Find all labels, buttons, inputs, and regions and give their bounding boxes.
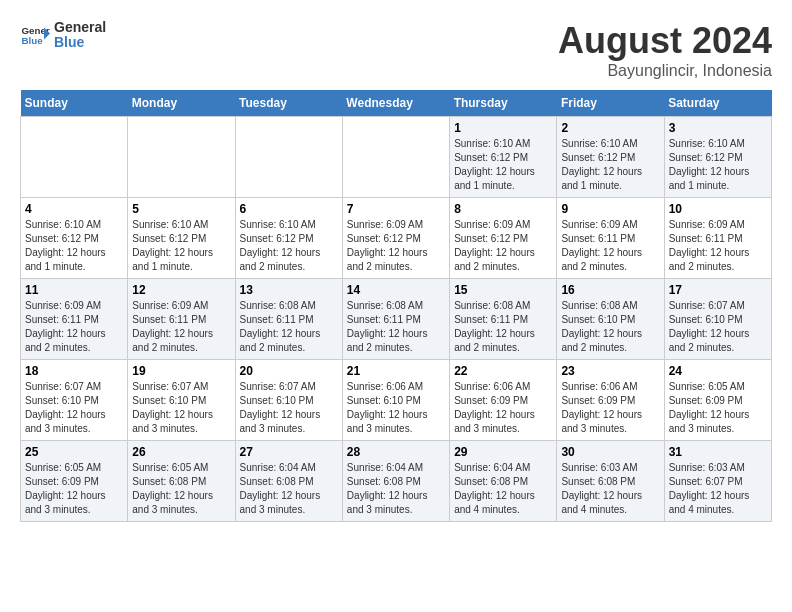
day-info: Sunrise: 6:09 AM Sunset: 6:11 PM Dayligh… [25, 299, 123, 355]
day-info: Sunrise: 6:08 AM Sunset: 6:11 PM Dayligh… [454, 299, 552, 355]
week-row-1: 1Sunrise: 6:10 AM Sunset: 6:12 PM Daylig… [21, 117, 772, 198]
day-number: 8 [454, 202, 552, 216]
title-block: August 2024 Bayunglincir, Indonesia [558, 20, 772, 80]
day-info: Sunrise: 6:08 AM Sunset: 6:11 PM Dayligh… [240, 299, 338, 355]
day-number: 14 [347, 283, 445, 297]
day-info: Sunrise: 6:10 AM Sunset: 6:12 PM Dayligh… [669, 137, 767, 193]
logo-text-blue: Blue [54, 35, 106, 50]
calendar-cell: 16Sunrise: 6:08 AM Sunset: 6:10 PM Dayli… [557, 279, 664, 360]
weekday-header-wednesday: Wednesday [342, 90, 449, 117]
calendar-table: SundayMondayTuesdayWednesdayThursdayFrid… [20, 90, 772, 522]
calendar-cell [235, 117, 342, 198]
week-row-3: 11Sunrise: 6:09 AM Sunset: 6:11 PM Dayli… [21, 279, 772, 360]
weekday-header-monday: Monday [128, 90, 235, 117]
calendar-cell: 29Sunrise: 6:04 AM Sunset: 6:08 PM Dayli… [450, 441, 557, 522]
day-number: 25 [25, 445, 123, 459]
weekday-header-thursday: Thursday [450, 90, 557, 117]
day-number: 27 [240, 445, 338, 459]
day-number: 30 [561, 445, 659, 459]
calendar-cell: 5Sunrise: 6:10 AM Sunset: 6:12 PM Daylig… [128, 198, 235, 279]
calendar-cell: 31Sunrise: 6:03 AM Sunset: 6:07 PM Dayli… [664, 441, 771, 522]
day-info: Sunrise: 6:06 AM Sunset: 6:10 PM Dayligh… [347, 380, 445, 436]
day-info: Sunrise: 6:10 AM Sunset: 6:12 PM Dayligh… [454, 137, 552, 193]
day-number: 20 [240, 364, 338, 378]
calendar-cell: 12Sunrise: 6:09 AM Sunset: 6:11 PM Dayli… [128, 279, 235, 360]
day-info: Sunrise: 6:09 AM Sunset: 6:11 PM Dayligh… [669, 218, 767, 274]
location: Bayunglincir, Indonesia [558, 62, 772, 80]
calendar-cell: 9Sunrise: 6:09 AM Sunset: 6:11 PM Daylig… [557, 198, 664, 279]
calendar-cell: 22Sunrise: 6:06 AM Sunset: 6:09 PM Dayli… [450, 360, 557, 441]
day-number: 31 [669, 445, 767, 459]
calendar-cell: 20Sunrise: 6:07 AM Sunset: 6:10 PM Dayli… [235, 360, 342, 441]
day-number: 3 [669, 121, 767, 135]
weekday-header-row: SundayMondayTuesdayWednesdayThursdayFrid… [21, 90, 772, 117]
day-number: 13 [240, 283, 338, 297]
calendar-cell: 30Sunrise: 6:03 AM Sunset: 6:08 PM Dayli… [557, 441, 664, 522]
calendar-cell: 13Sunrise: 6:08 AM Sunset: 6:11 PM Dayli… [235, 279, 342, 360]
calendar-cell: 18Sunrise: 6:07 AM Sunset: 6:10 PM Dayli… [21, 360, 128, 441]
day-number: 19 [132, 364, 230, 378]
calendar-cell: 4Sunrise: 6:10 AM Sunset: 6:12 PM Daylig… [21, 198, 128, 279]
calendar-cell: 1Sunrise: 6:10 AM Sunset: 6:12 PM Daylig… [450, 117, 557, 198]
weekday-header-tuesday: Tuesday [235, 90, 342, 117]
day-number: 5 [132, 202, 230, 216]
day-number: 7 [347, 202, 445, 216]
weekday-header-sunday: Sunday [21, 90, 128, 117]
day-info: Sunrise: 6:03 AM Sunset: 6:08 PM Dayligh… [561, 461, 659, 517]
calendar-cell: 14Sunrise: 6:08 AM Sunset: 6:11 PM Dayli… [342, 279, 449, 360]
calendar-cell: 2Sunrise: 6:10 AM Sunset: 6:12 PM Daylig… [557, 117, 664, 198]
calendar-cell: 28Sunrise: 6:04 AM Sunset: 6:08 PM Dayli… [342, 441, 449, 522]
calendar-cell [21, 117, 128, 198]
day-info: Sunrise: 6:08 AM Sunset: 6:11 PM Dayligh… [347, 299, 445, 355]
logo-icon: General Blue [20, 20, 50, 50]
day-number: 15 [454, 283, 552, 297]
day-info: Sunrise: 6:09 AM Sunset: 6:12 PM Dayligh… [347, 218, 445, 274]
calendar-cell: 7Sunrise: 6:09 AM Sunset: 6:12 PM Daylig… [342, 198, 449, 279]
calendar-cell [128, 117, 235, 198]
day-number: 28 [347, 445, 445, 459]
logo: General Blue General Blue [20, 20, 106, 51]
day-info: Sunrise: 6:10 AM Sunset: 6:12 PM Dayligh… [240, 218, 338, 274]
day-info: Sunrise: 6:08 AM Sunset: 6:10 PM Dayligh… [561, 299, 659, 355]
day-info: Sunrise: 6:06 AM Sunset: 6:09 PM Dayligh… [454, 380, 552, 436]
day-number: 10 [669, 202, 767, 216]
day-number: 6 [240, 202, 338, 216]
day-info: Sunrise: 6:07 AM Sunset: 6:10 PM Dayligh… [132, 380, 230, 436]
day-info: Sunrise: 6:06 AM Sunset: 6:09 PM Dayligh… [561, 380, 659, 436]
day-number: 21 [347, 364, 445, 378]
calendar-cell: 8Sunrise: 6:09 AM Sunset: 6:12 PM Daylig… [450, 198, 557, 279]
logo-text-general: General [54, 20, 106, 35]
calendar-cell: 25Sunrise: 6:05 AM Sunset: 6:09 PM Dayli… [21, 441, 128, 522]
weekday-header-saturday: Saturday [664, 90, 771, 117]
day-info: Sunrise: 6:10 AM Sunset: 6:12 PM Dayligh… [25, 218, 123, 274]
day-info: Sunrise: 6:05 AM Sunset: 6:09 PM Dayligh… [25, 461, 123, 517]
day-info: Sunrise: 6:09 AM Sunset: 6:11 PM Dayligh… [132, 299, 230, 355]
calendar-cell: 6Sunrise: 6:10 AM Sunset: 6:12 PM Daylig… [235, 198, 342, 279]
day-info: Sunrise: 6:04 AM Sunset: 6:08 PM Dayligh… [240, 461, 338, 517]
page-header: General Blue General Blue August 2024 Ba… [20, 20, 772, 80]
day-number: 18 [25, 364, 123, 378]
day-info: Sunrise: 6:07 AM Sunset: 6:10 PM Dayligh… [25, 380, 123, 436]
day-number: 16 [561, 283, 659, 297]
day-info: Sunrise: 6:09 AM Sunset: 6:11 PM Dayligh… [561, 218, 659, 274]
week-row-2: 4Sunrise: 6:10 AM Sunset: 6:12 PM Daylig… [21, 198, 772, 279]
day-info: Sunrise: 6:10 AM Sunset: 6:12 PM Dayligh… [561, 137, 659, 193]
day-number: 24 [669, 364, 767, 378]
calendar-cell: 19Sunrise: 6:07 AM Sunset: 6:10 PM Dayli… [128, 360, 235, 441]
day-info: Sunrise: 6:05 AM Sunset: 6:09 PM Dayligh… [669, 380, 767, 436]
calendar-cell: 15Sunrise: 6:08 AM Sunset: 6:11 PM Dayli… [450, 279, 557, 360]
day-info: Sunrise: 6:03 AM Sunset: 6:07 PM Dayligh… [669, 461, 767, 517]
day-info: Sunrise: 6:04 AM Sunset: 6:08 PM Dayligh… [347, 461, 445, 517]
calendar-cell: 17Sunrise: 6:07 AM Sunset: 6:10 PM Dayli… [664, 279, 771, 360]
day-number: 9 [561, 202, 659, 216]
day-number: 22 [454, 364, 552, 378]
day-number: 12 [132, 283, 230, 297]
calendar-cell: 23Sunrise: 6:06 AM Sunset: 6:09 PM Dayli… [557, 360, 664, 441]
day-info: Sunrise: 6:04 AM Sunset: 6:08 PM Dayligh… [454, 461, 552, 517]
day-number: 17 [669, 283, 767, 297]
day-info: Sunrise: 6:07 AM Sunset: 6:10 PM Dayligh… [240, 380, 338, 436]
day-number: 4 [25, 202, 123, 216]
day-number: 11 [25, 283, 123, 297]
calendar-cell [342, 117, 449, 198]
day-number: 23 [561, 364, 659, 378]
